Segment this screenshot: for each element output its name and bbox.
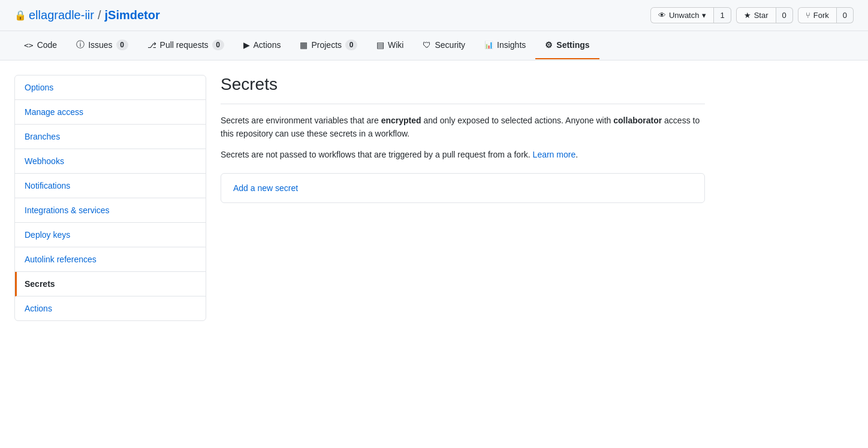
pr-count: 0 — [212, 40, 224, 50]
tab-issues[interactable]: ⓘ Issues 0 — [67, 31, 137, 60]
tab-actions-label: Actions — [254, 40, 281, 50]
pr-icon: ⎇ — [147, 41, 156, 50]
sidebar-item-actions[interactable]: Actions — [15, 296, 206, 320]
repo-separator: / — [98, 8, 101, 22]
tab-actions[interactable]: ▶ Actions — [234, 32, 291, 59]
page-title: Secrets — [221, 75, 705, 104]
tab-insights[interactable]: 📊 Insights — [475, 32, 535, 59]
repo-owner-link[interactable]: ellagradle-iir — [29, 8, 94, 22]
issues-icon: ⓘ — [76, 40, 85, 50]
star-icon: ★ — [744, 11, 751, 20]
tab-code-label: Code — [37, 40, 57, 50]
star-button[interactable]: ★ Star — [736, 7, 776, 23]
fork-label: Fork — [813, 11, 829, 20]
sidebar-item-options[interactable]: Options — [15, 75, 206, 100]
nav-tabs: <> Code ⓘ Issues 0 ⎇ Pull requests 0 ▶ A… — [0, 31, 868, 60]
description-line2: Secrets are not passed to workflows that… — [221, 148, 705, 161]
sidebar-item-integrations-services[interactable]: Integrations & services — [15, 198, 206, 223]
insights-icon: 📊 — [484, 41, 493, 49]
watch-button[interactable]: 👁 Unwatch ▾ — [650, 7, 714, 23]
tab-issues-label: Issues — [88, 40, 112, 50]
desc1-before: Secrets are environment variables that a… — [221, 116, 381, 125]
learn-more-link[interactable]: Learn more — [533, 150, 576, 159]
fork-btn-group: ⑂ Fork 0 — [798, 7, 854, 23]
projects-count: 0 — [345, 40, 357, 50]
settings-sidebar: Options Manage access Branches Webhooks … — [14, 75, 206, 321]
repo-title: 🔒 ellagradle-iir / jSimdetor — [14, 8, 160, 22]
settings-icon: ⚙ — [545, 40, 553, 50]
star-count[interactable]: 0 — [776, 7, 793, 23]
projects-icon: ▦ — [300, 40, 308, 50]
tab-code[interactable]: <> Code — [14, 32, 67, 59]
add-secret-link[interactable]: Add a new secret — [233, 183, 298, 193]
tab-wiki-label: Wiki — [388, 40, 403, 50]
desc1-bold2: collaborator — [613, 116, 662, 125]
watch-icon: 👁 — [658, 11, 666, 20]
fork-button[interactable]: ⑂ Fork — [798, 7, 836, 23]
fork-icon: ⑂ — [806, 11, 810, 20]
main-content: Options Manage access Branches Webhooks … — [0, 60, 719, 335]
issues-count: 0 — [116, 40, 128, 50]
star-btn-group: ★ Star 0 — [736, 7, 793, 23]
tab-projects-label: Projects — [311, 40, 342, 50]
actions-icon: ▶ — [243, 40, 250, 50]
sidebar-item-secrets[interactable]: Secrets — [15, 272, 206, 296]
tab-pull-requests[interactable]: ⎇ Pull requests 0 — [138, 31, 234, 60]
star-label: Star — [754, 11, 768, 20]
watch-label: Unwatch — [669, 11, 700, 20]
fork-count[interactable]: 0 — [836, 7, 854, 23]
security-icon: 🛡 — [423, 40, 431, 50]
sidebar-item-notifications[interactable]: Notifications — [15, 174, 206, 198]
wiki-icon: ▤ — [376, 40, 384, 50]
tab-security-label: Security — [435, 40, 465, 50]
top-header: 🔒 ellagradle-iir / jSimdetor 👁 Unwatch ▾… — [0, 0, 868, 31]
sidebar-item-branches[interactable]: Branches — [15, 125, 206, 149]
sidebar-item-deploy-keys[interactable]: Deploy keys — [15, 223, 206, 247]
code-icon: <> — [24, 41, 34, 50]
tab-wiki[interactable]: ▤ Wiki — [367, 32, 413, 59]
sidebar-item-autolink-references[interactable]: Autolink references — [15, 247, 206, 272]
sidebar-item-webhooks[interactable]: Webhooks — [15, 149, 206, 174]
fork-count-value: 0 — [843, 11, 847, 20]
watch-btn-group: 👁 Unwatch ▾ 1 — [650, 7, 731, 23]
tab-security[interactable]: 🛡 Security — [413, 32, 475, 59]
tab-settings-label: Settings — [556, 40, 589, 50]
watch-dropdown-icon: ▾ — [702, 11, 706, 20]
description-line1: Secrets are environment variables that a… — [221, 114, 705, 141]
desc1-middle: and only exposed to selected actions. An… — [421, 116, 614, 125]
desc2-before: Secrets are not passed to workflows that… — [221, 150, 533, 159]
tab-pr-label: Pull requests — [160, 40, 209, 50]
tab-projects[interactable]: ▦ Projects 0 — [290, 31, 367, 60]
content-area: Secrets Secrets are environment variable… — [221, 75, 705, 321]
star-count-value: 0 — [782, 11, 786, 20]
watch-count-value: 1 — [720, 11, 724, 20]
add-secret-box: Add a new secret — [221, 173, 705, 203]
lock-icon: 🔒 — [14, 10, 26, 21]
watch-count[interactable]: 1 — [713, 7, 731, 23]
desc2-after: . — [575, 150, 578, 159]
repo-name-link[interactable]: jSimdetor — [105, 8, 160, 22]
sidebar-item-manage-access[interactable]: Manage access — [15, 100, 206, 125]
header-actions: 👁 Unwatch ▾ 1 ★ Star 0 ⑂ Fork — [650, 7, 854, 23]
tab-settings[interactable]: ⚙ Settings — [535, 32, 599, 59]
tab-insights-label: Insights — [497, 40, 526, 50]
desc1-bold1: encrypted — [381, 116, 421, 125]
